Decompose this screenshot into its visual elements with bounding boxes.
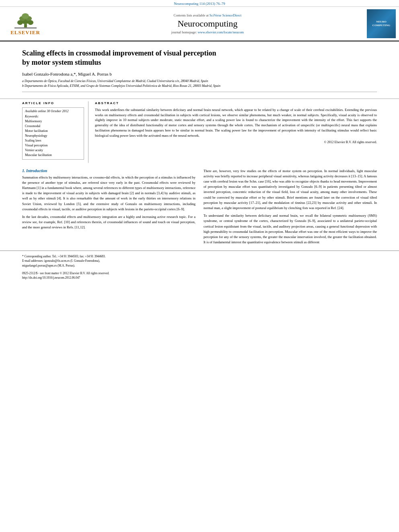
footnote-email1: E-mail addresses: igonzalo@fis.ucm.es (I… [22, 259, 377, 263]
homepage-link[interactable]: www.elsevier.com/locate/neucom [197, 30, 244, 34]
article-info-col: ARTICLE INFO Available online 30 October… [22, 101, 88, 163]
journal-logo-text: NEURO COMPUTING [372, 20, 390, 27]
body-section: 1. Introduction Summation effects by mul… [0, 163, 399, 247]
keyword-multisensory: Multisensory [25, 119, 81, 124]
footnote-email2: miguelangel.porras@upm.es (M.A. Porras). [22, 263, 377, 268]
journal-logo-box: NEURO COMPUTING [367, 9, 396, 38]
abstract-heading: ABSTRACT [95, 101, 377, 105]
footnote-corresponding: * Corresponding author. Tel.: +34 91 394… [22, 254, 377, 259]
article-title: Scaling effects in crossmodal improvemen… [22, 49, 377, 68]
intro-right-text: There are, however, very few studies on … [204, 168, 377, 245]
journal-info-center: Contents lists available at SciVerse Sci… [55, 13, 360, 34]
elsevier-logo-area: ELSEVIER [3, 12, 51, 36]
info-abstract-section: ARTICLE INFO Available online 30 October… [0, 99, 399, 163]
article-info-box: Available online 30 October 2012 Keyword… [22, 107, 84, 160]
abstract-text: This work underlines the substantial sim… [95, 107, 377, 138]
elsevier-name: ELSEVIER [10, 29, 40, 36]
article-title-section: Scaling effects in crossmodal improvemen… [0, 41, 399, 99]
affil-b: b Departamento de Física Aplicada, ETSIM… [22, 84, 377, 88]
affil-a: a Departamento de Óptica, Facultad de Ci… [22, 79, 377, 84]
body-right-col: There are, however, very few studies on … [204, 168, 377, 247]
intro-heading: 1. Introduction [22, 168, 195, 173]
intro-para1: Summation effects by multisensory intera… [22, 175, 195, 230]
footer-issn: 0925-2312/$ - see front matter © 2012 El… [22, 271, 377, 275]
keyword-muscular: Muscular facilitation [25, 153, 81, 158]
copyright-line: © 2012 Elsevier B.V. All rights reserved… [95, 140, 377, 144]
keyword-visual: Visual perception [25, 143, 81, 148]
footnote-section: * Corresponding author. Tel.: +34 91 394… [0, 251, 399, 269]
authors-line: Isabel Gonzalo-Fonrodona a,*, Miguel A. … [22, 72, 377, 76]
keywords-heading: Keywords: [25, 115, 81, 118]
article-info-heading: ARTICLE INFO [22, 101, 84, 105]
journal-homepage: journal homepage: www.elsevier.com/locat… [55, 30, 360, 34]
affiliations: a Departamento de Óptica, Facultad de Ci… [22, 79, 377, 92]
svg-rect-7 [14, 27, 37, 29]
elsevier-logo: ELSEVIER [3, 12, 47, 36]
top-bar: Neurocomputing 114 (2013) 76–79 [0, 0, 399, 7]
keywords-list: Multisensory Crossmodal Motor facilitati… [25, 119, 81, 158]
journal-title: Neurocomputing [55, 18, 360, 29]
keyword-vernier: Vernier acuity [25, 148, 81, 153]
keyword-crossmodal: Crossmodal [25, 124, 81, 129]
body-left-col: 1. Introduction Summation effects by mul… [22, 168, 195, 247]
footer-bar: 0925-2312/$ - see front matter © 2012 El… [0, 269, 399, 282]
keyword-neuro: Neurophysiology [25, 134, 81, 138]
abstract-col: ABSTRACT This work underlines the substa… [95, 101, 377, 163]
sciverse-line: Contents lists available at SciVerse Sci… [55, 13, 360, 17]
available-online: Available online 30 October 2012 [25, 109, 81, 113]
journal-reference: Neurocomputing 114 (2013) 76–79 [174, 2, 225, 6]
sciverse-link[interactable]: SciVerse ScienceDirect [210, 13, 242, 17]
svg-point-6 [22, 13, 29, 19]
journal-header: ELSEVIER Contents lists available at Sci… [0, 7, 399, 41]
footer-doi: http://dx.doi.org/10.1016/j.neucom.2012.… [22, 275, 377, 280]
keyword-scaling: Scaling laws [25, 138, 81, 143]
journal-logo-right: NEURO COMPUTING [364, 9, 396, 38]
keyword-motor: Motor facilitation [25, 129, 81, 134]
